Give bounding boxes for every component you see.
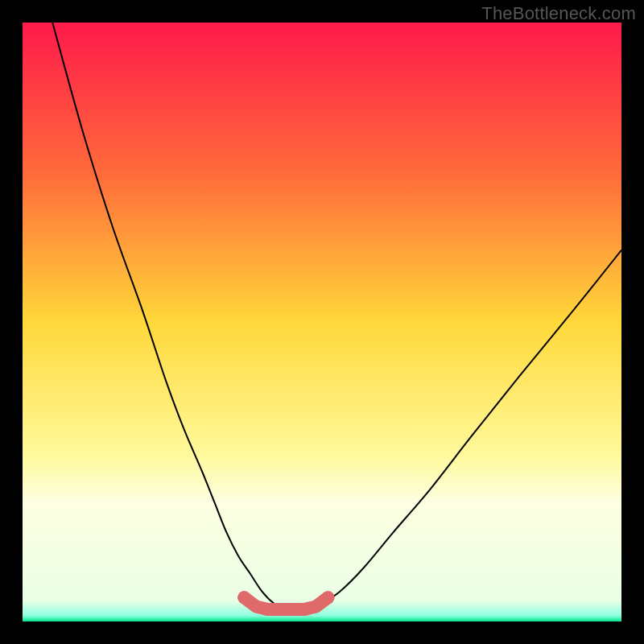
watermark-text: TheBottleneck.com xyxy=(481,3,636,24)
chart-frame: TheBottleneck.com xyxy=(0,0,644,644)
bottom-marker-dot xyxy=(310,600,323,613)
bottom-marker-dot xyxy=(321,591,334,604)
chart-svg xyxy=(23,23,621,621)
plot-area xyxy=(23,23,621,621)
bottom-marker-dot xyxy=(298,603,311,616)
gradient-background xyxy=(23,23,621,621)
bottom-marker-dot xyxy=(237,591,250,604)
bottom-marker-dot xyxy=(250,600,262,613)
bottom-marker-dot xyxy=(262,603,275,616)
bottom-marker-dot xyxy=(286,603,299,616)
bottom-marker-dot xyxy=(274,603,287,616)
